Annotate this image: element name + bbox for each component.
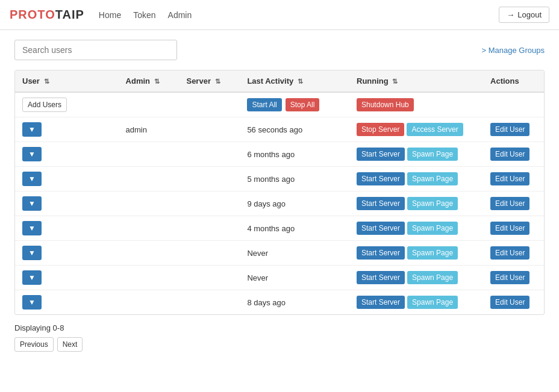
activity-cell: 56 seconds ago (240, 117, 349, 142)
running-cell: Start Server Spawn Page (349, 191, 483, 216)
server-cell (179, 216, 240, 241)
user-dropdown-button[interactable]: ▼ (22, 147, 42, 161)
previous-button[interactable]: Previous (14, 337, 54, 352)
nav-token[interactable]: Token (133, 8, 155, 22)
pagination-controls: Previous Next (14, 337, 545, 352)
activity-header[interactable]: Last Activity ⇅ (240, 70, 349, 92)
activity-cell: 8 days ago (240, 290, 349, 315)
table-row: ▼ Never Start Server Spawn Page Edit Use… (15, 241, 544, 266)
running-cell: Start Server Spawn Page (349, 216, 483, 241)
start-server-button[interactable]: Start Server (357, 296, 405, 309)
nav-admin[interactable]: Admin (168, 8, 192, 22)
main-content: > Manage Groups User ⇅ Admin ⇅ Server ⇅ (0, 30, 559, 361)
top-row: > Manage Groups (14, 40, 545, 60)
running-cell: Start Server Spawn Page (349, 266, 483, 290)
edit-user-button[interactable]: Edit User (490, 246, 529, 260)
edit-user-button[interactable]: Edit User (490, 296, 529, 309)
start-server-button[interactable]: Start Server (357, 197, 405, 210)
spawn-page-button[interactable]: Spawn Page (407, 172, 458, 185)
start-server-button[interactable]: Start Server (357, 148, 405, 161)
access-server-button[interactable]: Access Server (407, 123, 463, 136)
user-cell: ▼ (15, 191, 119, 216)
brand-name-black: TAIP (55, 8, 84, 21)
start-server-button[interactable]: Start Server (357, 172, 405, 185)
logout-icon: → (507, 10, 514, 19)
add-users-button[interactable]: Add Users (22, 98, 67, 112)
start-server-button[interactable]: Start Server (357, 271, 405, 284)
user-dropdown-button[interactable]: ▼ (22, 122, 42, 137)
navbar: PROTOTAIP Home Token Admin → Logout (0, 0, 559, 30)
admin-cell (119, 290, 180, 315)
admin-header[interactable]: Admin ⇅ (119, 70, 180, 92)
user-dropdown-button[interactable]: ▼ (22, 172, 42, 186)
table-row: ▼ 4 months ago Start Server Spawn Page E… (15, 216, 544, 241)
start-server-button[interactable]: Start Server (357, 246, 405, 260)
brand-name-red: PROTO (10, 8, 55, 21)
user-cell: ▼ (15, 117, 119, 142)
table-row: ▼ Never Start Server Spawn Page Edit Use… (15, 266, 544, 290)
user-dropdown-button[interactable]: ▼ (22, 246, 42, 260)
running-cell: Stop Server Access Server (349, 117, 483, 142)
running-header[interactable]: Running ⇅ (349, 70, 483, 92)
table-row: ▼ 5 months ago Start Server Spawn Page E… (15, 167, 544, 191)
table-row: ▼ 9 days ago Start Server Spawn Page Edi… (15, 191, 544, 216)
spawn-page-button[interactable]: Spawn Page (407, 296, 458, 309)
edit-user-button[interactable]: Edit User (490, 172, 529, 185)
server-cell (179, 241, 240, 266)
spawn-page-button[interactable]: Spawn Page (407, 197, 458, 210)
search-input[interactable] (14, 40, 177, 60)
actions-cell: Edit User (483, 216, 544, 241)
server-cell (179, 290, 240, 315)
start-server-button[interactable]: Start Server (357, 222, 405, 235)
nav-home[interactable]: Home (99, 8, 121, 22)
running-sort-icon: ⇅ (392, 78, 398, 85)
user-dropdown-button[interactable]: ▼ (22, 270, 42, 285)
actions-cell: Edit User (483, 142, 544, 167)
admin-cell (119, 142, 180, 167)
user-dropdown-button[interactable]: ▼ (22, 295, 42, 310)
next-button[interactable]: Next (57, 337, 83, 352)
shutdown-hub-cell: Shutdown Hub (349, 92, 483, 117)
edit-user-button[interactable]: Edit User (490, 222, 529, 235)
actions-header: Actions (483, 70, 544, 92)
shutdown-hub-button[interactable]: Shutdown Hub (357, 98, 414, 111)
edit-user-button[interactable]: Edit User (490, 148, 529, 161)
stop-all-button[interactable]: Stop All (286, 98, 320, 111)
user-cell: ▼ (15, 266, 119, 290)
activity-cell: 9 days ago (240, 191, 349, 216)
users-table: User ⇅ Admin ⇅ Server ⇅ Last Activity ⇅ (15, 70, 544, 314)
manage-groups-link[interactable]: > Manage Groups (482, 46, 545, 55)
spawn-page-button[interactable]: Spawn Page (407, 271, 458, 284)
stop-server-button[interactable]: Stop Server (357, 123, 404, 136)
spawn-page-button[interactable]: Spawn Page (407, 222, 458, 235)
running-cell: Start Server Spawn Page (349, 142, 483, 167)
admin-cell (119, 266, 180, 290)
edit-user-button[interactable]: Edit User (490, 271, 529, 284)
user-dropdown-button[interactable]: ▼ (22, 221, 42, 235)
spawn-page-button[interactable]: Spawn Page (407, 246, 458, 260)
server-cell (179, 167, 240, 191)
actions-cell: Edit User (483, 191, 544, 216)
start-all-button[interactable]: Start All (247, 98, 281, 111)
server-header[interactable]: Server ⇅ (179, 70, 240, 92)
activity-cell: 5 months ago (240, 167, 349, 191)
admin-cell (119, 216, 180, 241)
server-cell (179, 117, 240, 142)
user-cell: ▼ (15, 167, 119, 191)
spawn-page-button[interactable]: Spawn Page (407, 148, 458, 161)
admin-cell (119, 191, 180, 216)
user-dropdown-button[interactable]: ▼ (22, 196, 42, 211)
activity-cell: 4 months ago (240, 216, 349, 241)
user-header[interactable]: User ⇅ (15, 70, 119, 92)
running-cell: Start Server Spawn Page (349, 167, 483, 191)
activity-sort-icon: ⇅ (298, 78, 303, 85)
activity-cell: 6 months ago (240, 142, 349, 167)
edit-user-button[interactable]: Edit User (490, 123, 529, 136)
server-cell (179, 266, 240, 290)
users-table-container: User ⇅ Admin ⇅ Server ⇅ Last Activity ⇅ (14, 70, 545, 315)
actions-cell: Edit User (483, 290, 544, 315)
admin-cell (119, 167, 180, 191)
add-users-cell: Add Users (15, 92, 119, 117)
logout-button[interactable]: → Logout (499, 7, 549, 23)
edit-user-button[interactable]: Edit User (490, 197, 529, 210)
